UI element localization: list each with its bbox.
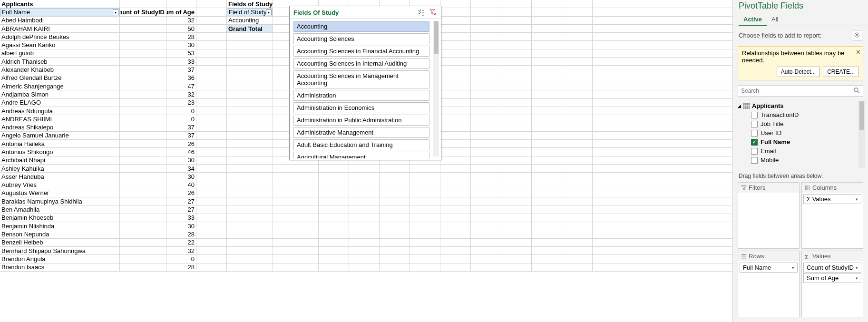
slicer-fields-of-study[interactable]: Fields Of Study AccountingAccounting Sci… xyxy=(289,6,441,160)
table-row-age[interactable]: 28 xyxy=(166,263,196,271)
table-row-count[interactable] xyxy=(120,263,166,271)
table-row-name[interactable]: ANDREAS SHIIMI xyxy=(0,115,120,123)
table-row-name[interactable]: albert guiob xyxy=(0,49,120,57)
table-row-age[interactable]: 26 xyxy=(166,189,196,197)
table-row-count[interactable] xyxy=(120,222,166,230)
table-row-age[interactable]: 30 xyxy=(166,41,196,49)
table-row-age[interactable]: 32 xyxy=(166,247,196,254)
clear-filter-icon[interactable] xyxy=(429,8,437,17)
filters-area[interactable]: Filters xyxy=(738,182,800,249)
table-row-count[interactable] xyxy=(120,140,166,147)
table-row-name[interactable]: ABRAHAM KAIRI xyxy=(0,25,120,32)
collapse-icon[interactable]: ◢ xyxy=(738,104,742,108)
table-row-count[interactable] xyxy=(120,214,166,222)
fields-list[interactable]: ◢ Applicants TransactionIDJob TitleUser … xyxy=(738,101,865,168)
table-row-age[interactable]: 30 xyxy=(166,173,196,180)
table-row-name[interactable]: Abed Haimbodi xyxy=(0,17,120,24)
columns-area[interactable]: Columns Σ Values▾ xyxy=(801,182,863,249)
slicer-scrollbar[interactable] xyxy=(433,21,439,156)
field-row[interactable]: ✓Full Name xyxy=(738,137,865,146)
table-row-age[interactable]: 0 xyxy=(166,115,196,123)
table-row-count[interactable] xyxy=(120,107,166,115)
table-row-count[interactable] xyxy=(120,82,166,90)
table-row-name[interactable]: Agassi Sean Kariko xyxy=(0,41,120,49)
dropdown-icon[interactable]: ▾ xyxy=(113,10,118,15)
table-row-age[interactable]: 26 xyxy=(166,140,196,147)
table-row-count[interactable] xyxy=(120,230,166,238)
table-row-age[interactable]: 27 xyxy=(166,197,196,205)
table-row-age[interactable]: 32 xyxy=(166,17,196,24)
area-item[interactable]: Sum of Age▾ xyxy=(803,273,861,283)
table-row-age[interactable]: 23 xyxy=(166,99,196,107)
table-row-name[interactable]: Benson Nepunda xyxy=(0,230,120,238)
table-row-count[interactable] xyxy=(120,41,166,49)
table-row-count[interactable] xyxy=(120,165,166,172)
table-row-name[interactable]: Adolph dePrince Beukes xyxy=(0,33,120,40)
table-row-name[interactable]: Bernhard Shipapo Sahunngwa xyxy=(0,247,120,254)
table-row-count[interactable] xyxy=(120,156,166,164)
table-row-name[interactable]: Alfred Glendall Burtze xyxy=(0,74,120,82)
checkbox[interactable] xyxy=(751,112,758,118)
table-row-count[interactable] xyxy=(120,132,166,139)
slicer-item[interactable]: Accounting xyxy=(293,21,429,32)
table-row-name[interactable]: Alexander Khaibeb xyxy=(0,66,120,73)
table-row-name[interactable]: Benjamin Niishinda xyxy=(0,222,120,230)
table-row-count[interactable] xyxy=(120,197,166,205)
table-row-name[interactable]: Aldrich Thaniseb xyxy=(0,58,120,65)
table-row-count[interactable] xyxy=(120,123,166,131)
pivot2-row[interactable]: Accounting xyxy=(227,17,273,24)
table-row-count[interactable] xyxy=(120,90,166,98)
field-row[interactable]: User ID xyxy=(738,128,865,137)
table-row-age[interactable]: 46 xyxy=(166,148,196,156)
table-row-name[interactable]: Andreas Shikalepo xyxy=(0,123,120,131)
tab-active[interactable]: Active xyxy=(739,14,767,26)
search-box[interactable] xyxy=(738,85,863,97)
table-row-count[interactable] xyxy=(120,66,166,73)
table-row-name[interactable]: Ashley Kahuika xyxy=(0,165,120,172)
table-row-count[interactable] xyxy=(120,115,166,123)
chevron-down-icon[interactable]: ▾ xyxy=(856,265,858,270)
table-row-count[interactable] xyxy=(120,181,166,189)
checkbox[interactable] xyxy=(751,130,758,137)
table-row-name[interactable]: Andjamba Simon xyxy=(0,90,120,98)
table-row-age[interactable]: 40 xyxy=(166,181,196,189)
table-row-count[interactable] xyxy=(120,49,166,57)
table-row-count[interactable] xyxy=(120,25,166,32)
table-row-name[interactable]: Benjamin Khoeseb xyxy=(0,214,120,222)
table-row-age[interactable]: 28 xyxy=(166,230,196,238)
table-node-applicants[interactable]: ◢ Applicants xyxy=(738,101,865,110)
values-area[interactable]: ΣValues Count of StudyID▾Sum of Age▾ xyxy=(801,251,863,317)
table-row-age[interactable]: 37 xyxy=(166,132,196,139)
table-row-age[interactable]: 53 xyxy=(166,49,196,57)
table-row-name[interactable]: Ben Amadhila xyxy=(0,205,120,213)
rows-area[interactable]: Rows Full Name▾ xyxy=(738,251,800,317)
slicer-item[interactable]: Adult Basic Education and Training xyxy=(293,139,429,150)
table-row-age[interactable]: 0 xyxy=(166,255,196,263)
close-icon[interactable]: ✕ xyxy=(856,49,861,56)
table-row-name[interactable]: Benzell Heibeb xyxy=(0,239,120,246)
field-row[interactable]: Mobile xyxy=(738,156,865,165)
slicer-item[interactable]: Administrative Management xyxy=(293,127,429,138)
table-row-age[interactable]: 32 xyxy=(166,90,196,98)
table-row-count[interactable] xyxy=(120,247,166,254)
table-row-count[interactable] xyxy=(120,205,166,213)
table-row-count[interactable] xyxy=(120,33,166,40)
field-row[interactable]: Job Title xyxy=(738,119,865,128)
pivot2-grand-total[interactable]: Grand Total xyxy=(227,25,273,32)
area-item[interactable]: Σ Values▾ xyxy=(803,194,861,204)
table-row-count[interactable] xyxy=(120,74,166,82)
tools-gear-icon[interactable] xyxy=(852,30,862,40)
checkbox[interactable]: ✓ xyxy=(751,139,758,146)
table-row-age[interactable]: 0 xyxy=(166,107,196,115)
table-row-name[interactable]: Barakias Namupinya Shidhila xyxy=(0,197,120,205)
fields-scrollbar[interactable] xyxy=(858,101,865,168)
table-row-count[interactable] xyxy=(120,239,166,246)
pivot2-col-field[interactable]: Field of Study▾ xyxy=(227,8,273,16)
table-row-name[interactable]: Asser Handuba xyxy=(0,173,120,180)
multi-select-icon[interactable] xyxy=(417,8,426,17)
table-row-name[interactable]: Antonius Shikongo xyxy=(0,148,120,156)
table-row-count[interactable] xyxy=(120,148,166,156)
checkbox[interactable] xyxy=(751,157,758,164)
tab-all[interactable]: All xyxy=(767,14,783,26)
table-row-age[interactable]: 37 xyxy=(166,66,196,73)
